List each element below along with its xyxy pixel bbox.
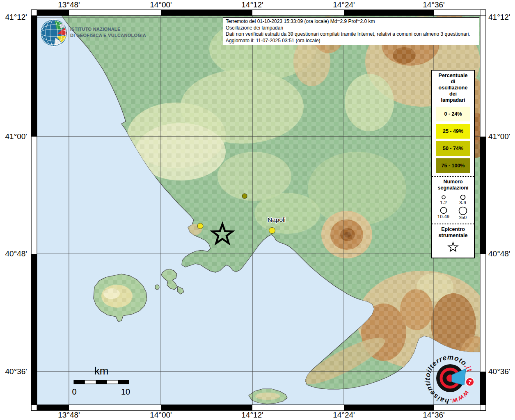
legend-panel: Percentuale di oscillazione dei lampadar… xyxy=(431,70,475,258)
scale-bar-end: 10 xyxy=(121,387,130,396)
signal-circle-3-9 xyxy=(460,195,465,200)
signal-circle-50plus xyxy=(459,207,467,215)
axis-top-1412: 14°12' xyxy=(241,0,263,9)
legend-bin-3: 75 - 100% xyxy=(436,158,470,173)
legend-epicenter-title: Epicentro strumentale xyxy=(432,224,474,240)
scale-bar-unit: km xyxy=(94,365,109,377)
signal-circle-10-49 xyxy=(440,208,446,214)
signal-circle-1-2 xyxy=(442,196,445,199)
signal-label-50plus: ≥50 xyxy=(459,215,467,220)
signal-class-3-9: 3-9 xyxy=(453,192,472,205)
signal-class-1-2: 1-2 xyxy=(434,192,453,205)
signal-label-3-9: 3-9 xyxy=(459,200,466,205)
report-dot-north xyxy=(242,194,247,199)
axis-left-4048: 40°48' xyxy=(0,249,27,258)
axis-top-1348: 13°48' xyxy=(58,0,80,9)
signal-label-1-2: 1-2 xyxy=(440,200,447,205)
axis-left-4036: 40°36' xyxy=(0,367,27,376)
legend-signals-title: Numero segnalazioni xyxy=(432,177,474,192)
axis-top-1436: 14°36' xyxy=(423,0,445,9)
legend-bin-2: 50 - 74% xyxy=(436,141,470,156)
report-dot-napoli xyxy=(269,228,275,234)
axis-right-4112: 41°12' xyxy=(488,13,510,22)
data-disclaimer: Dati non verificati estratti da 39 quest… xyxy=(226,31,476,38)
ingv-name-line2: DI GEOFISICA E VULCANOLOGIA xyxy=(70,33,146,38)
event-headline: Terremoto del 01-10-2023 15:33:09 (ora l… xyxy=(226,18,476,25)
map-subject: Oscillazione dei lampadari xyxy=(226,25,476,32)
scale-bar-start: 0 xyxy=(72,387,76,396)
legend-bin-0: 0 - 24% xyxy=(436,107,470,121)
axis-right-4036: 40°36' xyxy=(488,367,510,376)
axis-left-4100: 41°00' xyxy=(0,132,27,141)
update-timestamp: Aggiornato il: 11-07-2025 03:51 (ora loc… xyxy=(226,38,476,44)
axis-top-1424: 14°24' xyxy=(333,0,355,9)
legend-bin-1: 25 - 49% xyxy=(436,124,470,139)
city-label-napoli: Napoli xyxy=(268,216,286,223)
axis-right-4100: 41°00' xyxy=(488,132,510,141)
axis-top-1400: 14°00' xyxy=(150,0,172,9)
axis-bottom-1436: 14°36' xyxy=(423,411,445,420)
question-mark: ? xyxy=(468,379,472,385)
legend-bin-0-label: 0 - 24% xyxy=(444,111,462,117)
signal-class-50plus: ≥50 xyxy=(453,205,472,220)
axis-bottom-1412: 14°12' xyxy=(241,411,263,420)
report-dot-west xyxy=(197,223,203,229)
ingv-globe-icon xyxy=(40,19,67,46)
axis-left-4112: 41°12' xyxy=(0,13,27,22)
legend-bin-1-label: 25 - 49% xyxy=(443,128,463,134)
legend-bin-3-label: 75 - 100% xyxy=(442,163,465,169)
axis-bottom-1424: 14°24' xyxy=(333,411,355,420)
signal-class-10-49: 10-49 xyxy=(434,205,453,220)
axis-right-4048: 40°48' xyxy=(488,249,510,258)
axis-bottom-1348: 13°48' xyxy=(58,411,80,420)
axis-bottom-1400: 14°00' xyxy=(150,411,172,420)
epicenter-star-icon xyxy=(447,241,459,253)
event-info-box: Terremoto del 01-10-2023 15:33:09 (ora l… xyxy=(223,17,479,45)
legend-percent-title: Percentuale di oscillazione dei lampadar… xyxy=(432,71,474,104)
legend-bin-2-label: 50 - 74% xyxy=(443,146,463,151)
ingv-name-line1: ISTITUTO NAZIONALE xyxy=(70,27,121,32)
ingv-felt-report-map: Napoli km 0 10 ISTITUTO NAZIONALE DI GEO… xyxy=(0,0,515,420)
signal-label-10-49: 10-49 xyxy=(437,214,449,219)
signal-size-key: 1-2 3-9 10-49 ≥50 xyxy=(432,192,474,221)
